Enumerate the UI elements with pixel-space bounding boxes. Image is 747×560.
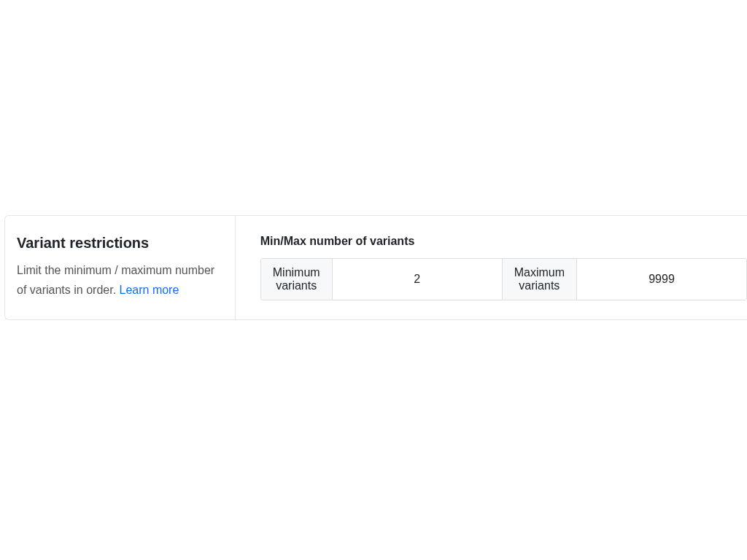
variant-row: Minimum variants Maximum variants [260, 258, 747, 300]
panel-title: Min/Max number of variants [260, 235, 747, 248]
maximum-variants-input[interactable] [577, 259, 746, 300]
section-description: Limit the minimum / maximum number of va… [17, 260, 219, 300]
learn-more-link[interactable]: Learn more [120, 284, 179, 296]
variant-restrictions-sidebar: Variant restrictions Limit the minimum /… [5, 216, 236, 319]
section-title: Variant restrictions [17, 235, 219, 252]
minimum-variants-label: Minimum variants [261, 259, 333, 300]
variant-restrictions-panel: Min/Max number of variants Minimum varia… [236, 216, 747, 319]
minimum-variants-input[interactable] [333, 259, 503, 300]
maximum-variants-label: Maximum variants [503, 259, 577, 300]
section-description-text: Limit the minimum / maximum number of va… [17, 264, 214, 296]
variant-restrictions-card: Variant restrictions Limit the minimum /… [4, 215, 747, 320]
